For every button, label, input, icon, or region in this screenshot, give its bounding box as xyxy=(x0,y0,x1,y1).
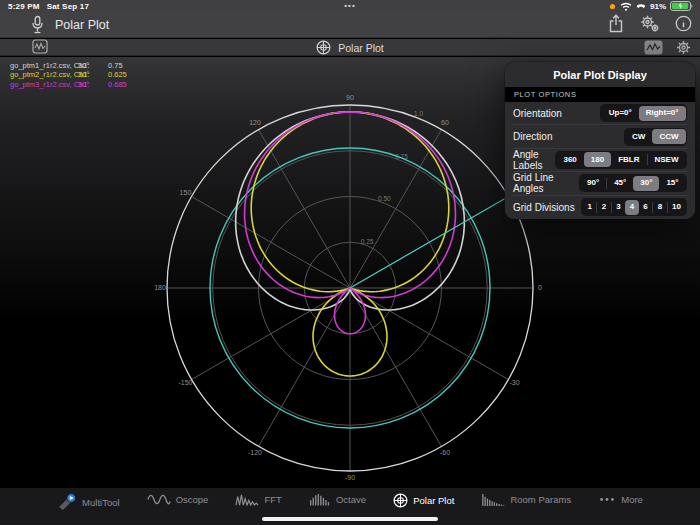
segment-option[interactable]: CCW xyxy=(652,129,685,144)
segment-option[interactable]: 3 xyxy=(612,200,625,215)
segment-option[interactable]: CW xyxy=(625,129,652,144)
info-button[interactable] xyxy=(675,15,692,32)
tab-label: MultiTool xyxy=(82,497,120,508)
tab-label: Room Params xyxy=(510,494,571,505)
segment-option[interactable]: NSEW xyxy=(648,152,686,167)
radial-tick-label: 0.50 xyxy=(378,195,391,202)
tab-label: Oscope xyxy=(176,494,209,505)
segment-option[interactable]: 10 xyxy=(668,200,686,215)
gear-icon xyxy=(675,39,692,56)
segment-option[interactable]: 360 xyxy=(556,152,583,167)
segment-option[interactable]: 4 xyxy=(625,200,638,215)
popover-section-header: PLOT OPTIONS xyxy=(505,87,695,102)
popover-row: Angle Labels360180FBLRNSEW xyxy=(513,149,687,172)
legend-value: 0.625 xyxy=(108,70,127,79)
tab-item-octave[interactable]: Octave xyxy=(309,493,366,506)
segmented-control: Up=0°Right=0° xyxy=(600,104,687,122)
tab-item-multitool[interactable]: MultiTool xyxy=(57,493,120,511)
segmented-control: CWCCW xyxy=(624,128,687,146)
angle-label: 150 xyxy=(180,189,192,196)
plot-toolbar: Polar Plot xyxy=(0,39,700,56)
segment-option[interactable]: 1 xyxy=(583,200,596,215)
segment-option[interactable]: 90° xyxy=(580,176,606,191)
chart-legend: go_ptm1_r1r2.csv, Ch1:30°0.75go_ptm2_r1r… xyxy=(10,61,127,89)
legend-name: go_ptm2_r1r2.csv, Ch1: xyxy=(10,70,78,79)
gears-icon xyxy=(639,14,660,33)
popover-title: Polar Plot Display xyxy=(505,62,695,87)
plot-toolbar-title: Polar Plot xyxy=(338,42,384,54)
segment-option[interactable]: 2 xyxy=(597,200,610,215)
phone-icon xyxy=(636,2,646,11)
tab-item-oscope[interactable]: Oscope xyxy=(147,493,209,506)
popover-row: DirectionCWCCW xyxy=(513,125,687,148)
angle-label: -60 xyxy=(440,449,450,456)
segment-option[interactable]: 180 xyxy=(584,152,611,167)
wifi-icon xyxy=(620,2,632,11)
legend-angle: 30° xyxy=(78,80,108,89)
microphone-icon[interactable] xyxy=(30,15,45,35)
status-bar: 5:29 PMSat Sep 17 ••• 91% xyxy=(0,0,700,12)
settings-gears-button[interactable] xyxy=(639,14,660,33)
tab-item-room-params[interactable]: Room Params xyxy=(481,493,571,506)
sine-wave-icon xyxy=(147,493,171,506)
angle-label: -90 xyxy=(345,474,355,481)
angle-label: 0 xyxy=(538,284,542,291)
segment-option[interactable]: FBLR xyxy=(611,152,646,167)
multitasking-dots: ••• xyxy=(0,1,700,10)
angle-label: 60 xyxy=(441,119,449,126)
popover-row: Grid Divisions12346810 xyxy=(513,196,687,219)
battery-icon xyxy=(670,1,694,11)
polar-grid-icon xyxy=(393,493,408,508)
page-title: Polar Plot xyxy=(55,18,109,32)
polar-plot-display-popover: Polar Plot Display PLOT OPTIONS Orientat… xyxy=(505,62,695,219)
option-label: Grid Line Angles xyxy=(513,172,579,194)
tab-label: Octave xyxy=(336,494,366,505)
angle-label: 180 xyxy=(154,284,166,291)
legend-value: 0.75 xyxy=(108,61,123,70)
popover-row: OrientationUp=0°Right=0° xyxy=(513,102,687,125)
ellipsis-icon xyxy=(598,493,616,506)
mic-in-use-indicator-icon xyxy=(609,3,616,10)
segment-option[interactable]: Right=0° xyxy=(639,106,686,121)
legend-row: go_ptm1_r1r2.csv, Ch1:30°0.75 xyxy=(10,61,127,70)
info-icon xyxy=(675,15,692,32)
decay-icon xyxy=(481,493,505,506)
segment-option[interactable]: 6 xyxy=(639,200,652,215)
plot-area[interactable]: 0.250.500.751.00306090120150180-150-120-… xyxy=(0,57,700,487)
legend-value: 0.685 xyxy=(108,80,127,89)
popover-row: Grid Line Angles90°45°30°15° xyxy=(513,172,687,195)
tab-item-more[interactable]: More xyxy=(598,493,643,506)
radial-tick-label: 0.25 xyxy=(361,238,374,245)
segment-option[interactable]: Up=0° xyxy=(602,106,639,121)
segmented-control: 90°45°30°15° xyxy=(579,174,687,192)
tab-item-fft[interactable]: FFT xyxy=(235,493,281,506)
tab-label: More xyxy=(621,494,643,505)
legend-name: go_ptm3_r1r2.csv, Ch1: xyxy=(10,80,78,89)
legend-row: go_ptm3_r1r2.csv, Ch1:30°0.685 xyxy=(10,80,127,89)
option-label: Direction xyxy=(513,131,552,142)
share-button[interactable] xyxy=(608,14,624,33)
battery-percent: 91% xyxy=(650,2,666,11)
share-icon xyxy=(608,14,624,33)
legend-row: go_ptm2_r1r2.csv, Ch1:30°0.625 xyxy=(10,70,127,79)
angle-label: -120 xyxy=(248,449,262,456)
tab-label: FFT xyxy=(264,494,281,505)
segment-option[interactable]: 30° xyxy=(633,176,659,191)
app-root: 5:29 PMSat Sep 17 ••• 91% xyxy=(0,0,700,525)
tab-label: Polar Plot xyxy=(413,495,454,506)
home-indicator[interactable] xyxy=(262,517,438,521)
tab-item-polar-plot[interactable]: Polar Plot xyxy=(393,493,454,508)
segment-option[interactable]: 8 xyxy=(653,200,666,215)
polar-plot-glyph-icon xyxy=(316,40,331,55)
plot-display-button[interactable] xyxy=(644,40,663,55)
segmented-control: 12346810 xyxy=(581,198,687,216)
legend-angle: 30° xyxy=(78,61,108,70)
segment-option[interactable]: 45° xyxy=(607,176,633,191)
segment-option[interactable]: 15° xyxy=(659,176,685,191)
multitool-icon xyxy=(57,493,77,511)
angle-label: 120 xyxy=(249,119,261,126)
status-icons: 91% xyxy=(609,1,694,11)
chart-box-icon xyxy=(644,40,663,55)
angle-label: -150 xyxy=(178,379,192,386)
plot-settings-gear-button[interactable] xyxy=(675,39,692,56)
